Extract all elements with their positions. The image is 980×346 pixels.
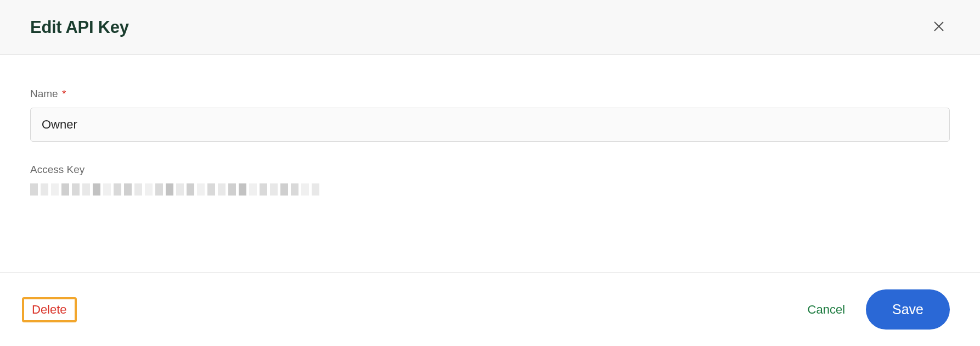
dialog-footer: Delete Cancel Save — [0, 272, 980, 346]
delete-highlight: Delete — [22, 297, 77, 322]
name-label-text: Name — [30, 88, 58, 99]
dialog-body: Name * Access Key — [0, 55, 980, 272]
footer-actions: Cancel Save — [803, 289, 950, 330]
edit-api-key-dialog: Edit API Key Name * Access Key — [0, 0, 980, 346]
delete-button[interactable]: Delete — [32, 303, 67, 317]
dialog-title: Edit API Key — [30, 18, 129, 37]
name-label: Name * — [30, 88, 950, 100]
cancel-button[interactable]: Cancel — [803, 297, 849, 322]
required-asterisk: * — [62, 88, 66, 99]
access-key-field: Access Key — [30, 164, 950, 196]
access-key-label: Access Key — [30, 164, 950, 176]
access-key-value-redacted — [30, 183, 950, 196]
close-icon — [932, 20, 945, 35]
close-button[interactable] — [928, 15, 950, 39]
dialog-header: Edit API Key — [0, 0, 980, 55]
name-field: Name * — [30, 88, 950, 142]
name-input[interactable] — [30, 108, 950, 142]
save-button[interactable]: Save — [866, 289, 950, 330]
